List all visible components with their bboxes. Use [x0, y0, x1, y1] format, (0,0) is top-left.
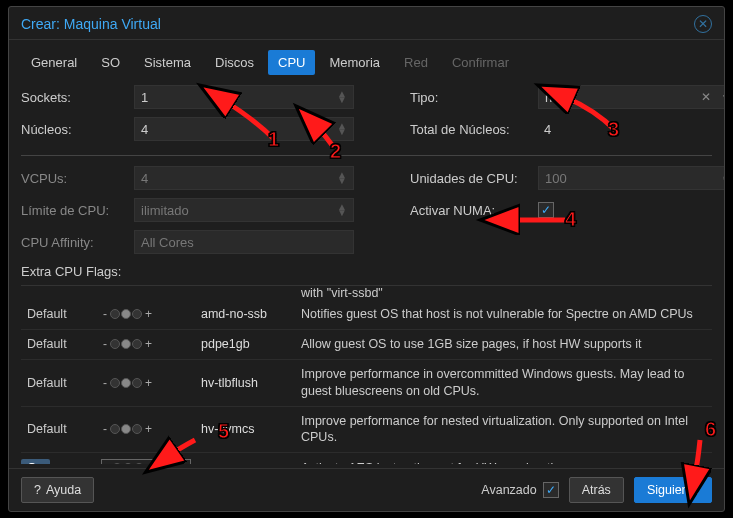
- footer-right: Avanzado ✓ Atrás Siguiente: [481, 477, 712, 503]
- flag-state: On: [21, 459, 50, 464]
- tab-confirmar: Confirmar: [442, 50, 519, 75]
- tab-discos[interactable]: Discos: [205, 50, 264, 75]
- flag-toggle[interactable]: - +: [101, 337, 191, 351]
- flag-state: Default: [21, 376, 91, 390]
- vcpus-label: VCPUs:: [21, 171, 126, 186]
- next-button[interactable]: Siguiente: [634, 477, 712, 503]
- limite-input[interactable]: ilimitado ▲▼: [134, 198, 354, 222]
- sockets-input[interactable]: 1 ▲▼: [134, 85, 354, 109]
- advanced-toggle[interactable]: Avanzado ✓: [481, 482, 558, 498]
- flag-name: amd-no-ssb: [201, 307, 291, 321]
- spinner-icon[interactable]: ▲▼: [337, 91, 347, 103]
- unidades-label: Unidades de CPU:: [410, 171, 530, 186]
- extra-flags-label: Extra CPU Flags:: [21, 264, 712, 279]
- flag-desc: Allow guest OS to use 1GB size pages, if…: [301, 336, 712, 353]
- flag-state: Default: [21, 307, 91, 321]
- flag-state: Default: [21, 422, 91, 436]
- chevron-down-icon[interactable]: ▼: [721, 92, 724, 103]
- flag-row: Default - + pdpe1gb Allow guest OS to us…: [21, 330, 712, 360]
- tab-sistema[interactable]: Sistema: [134, 50, 201, 75]
- tab-memoria[interactable]: Memoria: [319, 50, 390, 75]
- flag-name: hv-tlbflush: [201, 376, 291, 390]
- flag-name: pdpe1gb: [201, 337, 291, 351]
- flag-desc: Improve performance for nested virtualiz…: [301, 413, 712, 447]
- dialog-footer: ? Ayuda Avanzado ✓ Atrás Siguiente: [9, 468, 724, 511]
- tipo-value: host: [545, 90, 570, 105]
- cpu-basic-grid: Sockets: 1 ▲▼ Tipo: host ✕ ▼ Núcleos: 4 …: [21, 85, 712, 141]
- flag-toggle[interactable]: - +: [101, 422, 191, 436]
- affinity-value: All Cores: [141, 235, 194, 250]
- flag-name: aes: [201, 461, 291, 464]
- total-value: 4: [538, 117, 724, 141]
- unidades-input[interactable]: 100 ▲▼: [538, 166, 724, 190]
- help-icon: ?: [34, 483, 41, 497]
- flag-desc: Improve performance in overcommitted Win…: [301, 366, 712, 400]
- dialog-body: Sockets: 1 ▲▼ Tipo: host ✕ ▼ Núcleos: 4 …: [9, 85, 724, 468]
- tab-so[interactable]: SO: [91, 50, 130, 75]
- flags-table: with "virt-ssbd" Default - + amd-no-ssb …: [21, 285, 712, 464]
- vcpus-input[interactable]: 4 ▲▼: [134, 166, 354, 190]
- numa-checkbox[interactable]: ✓: [538, 202, 554, 218]
- numa-checkbox-wrap: ✓: [538, 202, 724, 218]
- numa-label: Activar NUMA:: [410, 203, 530, 218]
- tab-cpu[interactable]: CPU: [268, 50, 315, 75]
- wizard-tabs: General SO Sistema Discos CPU Memoria Re…: [9, 40, 724, 85]
- flag-toggle[interactable]: - +: [101, 376, 191, 390]
- sockets-value: 1: [141, 90, 148, 105]
- vcpus-value: 4: [141, 171, 148, 186]
- close-icon[interactable]: ✕: [694, 15, 712, 33]
- flag-desc: Activate AES instruction set for HW acce…: [301, 460, 712, 464]
- title-bar: Crear: Maquina Virtual ✕: [9, 7, 724, 40]
- dialog-title: Crear: Maquina Virtual: [21, 16, 161, 32]
- flag-row: Default - + hv-tlbflush Improve performa…: [21, 360, 712, 407]
- limite-label: Límite de CPU:: [21, 203, 126, 218]
- affinity-input[interactable]: All Cores: [134, 230, 354, 254]
- total-label: Total de Núcleos:: [410, 122, 530, 137]
- tipo-label: Tipo:: [410, 90, 530, 105]
- flag-desc: Notifies guest OS that host is not vulne…: [301, 306, 712, 323]
- flag-toggle[interactable]: - +: [101, 459, 191, 464]
- help-label: Ayuda: [46, 483, 81, 497]
- unidades-value: 100: [545, 171, 567, 186]
- nucleos-input[interactable]: 4 ▲▼: [134, 117, 354, 141]
- tab-general[interactable]: General: [21, 50, 87, 75]
- spinner-icon[interactable]: ▲▼: [337, 123, 347, 135]
- flag-state: Default: [21, 337, 91, 351]
- tipo-input[interactable]: host ✕ ▼: [538, 85, 724, 109]
- nucleos-label: Núcleos:: [21, 122, 126, 137]
- cpu-adv-grid: VCPUs: 4 ▲▼ Unidades de CPU: 100 ▲▼ Lími…: [21, 166, 712, 254]
- sockets-label: Sockets:: [21, 90, 126, 105]
- flag-row: Default - + amd-no-ssb Notifies guest OS…: [21, 300, 712, 330]
- flag-row: Default - + hv-evmcs Improve performance…: [21, 407, 712, 454]
- limite-value: ilimitado: [141, 203, 189, 218]
- flag-row: On - + aes Activate AES instruction set …: [21, 453, 712, 464]
- affinity-label: CPU Affinity:: [21, 235, 126, 250]
- nucleos-value: 4: [141, 122, 148, 137]
- flag-name: hv-evmcs: [201, 422, 291, 436]
- advanced-checkbox[interactable]: ✓: [543, 482, 559, 498]
- flag-desc-cutoff: with "virt-ssbd": [21, 286, 712, 300]
- advanced-label: Avanzado: [481, 483, 536, 497]
- spinner-icon[interactable]: ▲▼: [337, 172, 347, 184]
- create-vm-dialog: Crear: Maquina Virtual ✕ General SO Sist…: [8, 6, 725, 512]
- help-button[interactable]: ? Ayuda: [21, 477, 94, 503]
- spinner-icon[interactable]: ▲▼: [337, 204, 347, 216]
- tab-red: Red: [394, 50, 438, 75]
- flag-toggle[interactable]: - +: [101, 307, 191, 321]
- spinner-icon[interactable]: ▲▼: [721, 172, 724, 184]
- back-button[interactable]: Atrás: [569, 477, 624, 503]
- clear-icon[interactable]: ✕: [701, 90, 711, 104]
- separator: [21, 155, 712, 156]
